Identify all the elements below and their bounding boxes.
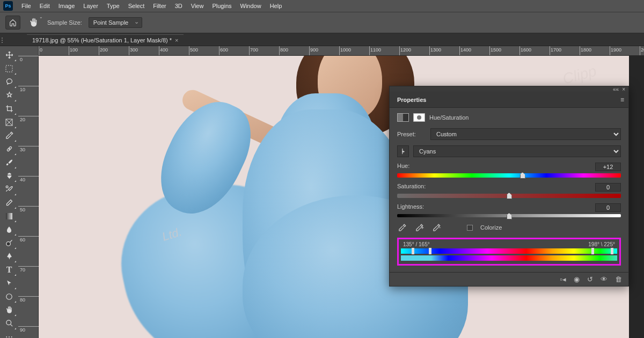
document-tab-bar: 19718.jpg @ 55% (Hue/Saturation 1, Layer…	[0, 33, 644, 46]
panel-tab-bar: Properties ≡	[390, 92, 628, 108]
spectrum-bottom[interactable]	[401, 255, 617, 261]
hue-slider[interactable]	[397, 173, 621, 178]
tool-frame[interactable]	[2, 115, 17, 129]
menu-bar: Ps File Edit Image Layer Type Select Fil…	[0, 0, 644, 12]
delete-icon[interactable]: 🗑	[615, 275, 622, 283]
tool-pen[interactable]	[2, 249, 17, 263]
home-icon	[9, 19, 17, 26]
colorize-checkbox[interactable]	[467, 225, 473, 231]
sample-size-select[interactable]: Point Sample	[89, 17, 142, 28]
reset-icon[interactable]: ↺	[587, 275, 593, 283]
view-previous-icon[interactable]: ◉	[574, 275, 580, 283]
panel-footer: ▫◂ ◉ ↺ 👁 🗑	[390, 272, 628, 286]
adjustment-title-row: Hue/Saturation	[397, 113, 621, 122]
close-icon[interactable]: ×	[622, 86, 625, 92]
tool-zoom[interactable]	[2, 317, 17, 330]
tool-quick-select[interactable]	[2, 89, 17, 102]
hue-value[interactable]: +12	[595, 163, 621, 171]
tool-eraser[interactable]	[2, 196, 17, 209]
eyedropper-set[interactable]	[397, 223, 407, 232]
collapse-icon[interactable]: ««	[613, 86, 619, 92]
app-logo: Ps	[3, 1, 13, 11]
spectrum-top[interactable]	[401, 248, 617, 254]
menu-layer[interactable]: Layer	[79, 0, 103, 12]
menu-plugins[interactable]: Plugins	[208, 0, 236, 12]
tool-eyedropper[interactable]	[2, 129, 17, 142]
menu-file[interactable]: File	[17, 0, 35, 12]
lightness-slider-row: Lightness:0	[397, 203, 621, 217]
svg-point-3	[6, 186, 8, 188]
eyedropper-add[interactable]: +	[414, 223, 424, 232]
menu-3d[interactable]: 3D	[171, 0, 187, 12]
adjustment-icon	[397, 113, 409, 122]
panel-titlebar[interactable]: «« ×	[390, 86, 628, 92]
menu-filter[interactable]: Filter	[149, 0, 170, 12]
preset-select[interactable]: Custom	[430, 128, 621, 140]
svg-point-5	[6, 242, 10, 246]
tools-panel: T ⋯	[0, 46, 18, 338]
current-tool-icon[interactable]: ⌄	[27, 16, 41, 30]
ruler-horizontal[interactable]: 0100200300400500600700800900100011001200…	[39, 46, 644, 56]
saturation-slider[interactable]	[397, 194, 621, 198]
eyedropper-subtract[interactable]: −	[431, 223, 441, 232]
channel-row: Cyans	[397, 145, 621, 157]
menu-help[interactable]: Help	[266, 0, 287, 12]
tool-healing[interactable]	[2, 142, 17, 156]
hand-point-icon	[399, 148, 407, 155]
svg-rect-0	[6, 65, 12, 72]
tool-marquee[interactable]	[2, 62, 17, 75]
watermark: Clipp	[561, 62, 598, 87]
tool-type[interactable]: T	[2, 263, 17, 276]
preset-label: Preset:	[397, 131, 426, 137]
menu-edit[interactable]: Edit	[35, 0, 54, 12]
tool-crop[interactable]	[2, 102, 17, 115]
tool-hand[interactable]	[2, 303, 17, 317]
menu-view[interactable]: View	[187, 0, 208, 12]
visibility-icon[interactable]: 👁	[601, 275, 608, 283]
tool-path-select[interactable]	[2, 276, 17, 290]
tool-clone[interactable]	[2, 169, 17, 182]
tab-properties[interactable]: Properties	[394, 93, 429, 106]
hue-label: Hue:	[397, 163, 409, 171]
ruler-vertical[interactable]: 0102030405060708090	[18, 46, 39, 338]
tool-history-brush[interactable]	[2, 182, 17, 196]
sample-size-label: Sample Size:	[47, 19, 82, 26]
properties-panel: «« × Properties ≡ Hue/Saturation Preset:…	[389, 86, 629, 286]
targeted-adjust-button[interactable]	[397, 145, 409, 157]
home-button[interactable]	[5, 16, 20, 30]
tool-more[interactable]: ⋯	[2, 330, 17, 338]
tool-dodge[interactable]	[2, 236, 17, 249]
adjustment-name: Hue/Saturation	[429, 114, 469, 121]
close-tab-icon[interactable]: ×	[175, 37, 178, 43]
options-bar: ⌄ Sample Size: Point Sample	[0, 12, 644, 33]
saturation-slider-row: Saturation:0	[397, 183, 621, 198]
range-left: 135° / 165°	[403, 241, 430, 247]
tool-move[interactable]	[2, 48, 17, 62]
eyedropper-row: + − Colorize	[397, 223, 621, 232]
hue-slider-row: Hue:+12	[397, 163, 621, 178]
menu-select[interactable]: Select	[124, 0, 149, 12]
layer-mask-icon[interactable]	[413, 113, 425, 122]
menu-window[interactable]: Window	[236, 0, 266, 12]
tool-blur[interactable]	[2, 223, 17, 236]
menu-image[interactable]: Image	[54, 0, 79, 12]
lightness-slider[interactable]	[397, 214, 621, 217]
tool-shape[interactable]	[2, 290, 17, 303]
svg-rect-4	[6, 213, 12, 219]
panel-menu-icon[interactable]: ≡	[620, 96, 624, 104]
tool-brush[interactable]	[2, 156, 17, 169]
saturation-value[interactable]: 0	[595, 183, 621, 192]
panel-grip-icon[interactable]	[0, 34, 6, 46]
channel-select[interactable]: Cyans	[413, 145, 621, 157]
svg-point-7	[6, 320, 11, 325]
menu-type[interactable]: Type	[103, 0, 124, 12]
tool-lasso[interactable]	[2, 75, 17, 89]
document-tab[interactable]: 19718.jpg @ 55% (Hue/Saturation 1, Layer…	[27, 34, 184, 46]
saturation-label: Saturation:	[397, 183, 426, 192]
range-right: 198° \ 225°	[588, 241, 615, 247]
tool-gradient[interactable]	[2, 209, 17, 223]
clip-to-layer-icon[interactable]: ▫◂	[560, 275, 566, 283]
color-range-block: 135° / 165° 198° \ 225°	[397, 238, 621, 266]
colorize-label: Colorize	[480, 224, 502, 231]
lightness-value[interactable]: 0	[595, 203, 621, 212]
